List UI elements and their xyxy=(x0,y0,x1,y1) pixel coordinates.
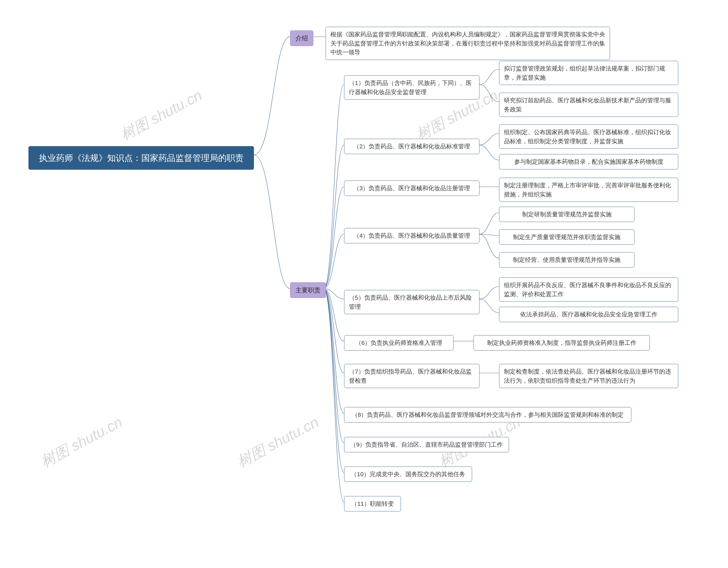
main-label: 主要职责 xyxy=(290,282,326,298)
duty-1-b: 研究拟订鼓励药品、医疗器械和化妆品新技术新产品的管理与服务政策 xyxy=(499,93,678,117)
watermark: 树图 shutu.cn xyxy=(38,412,126,472)
duty-4-c: 制定经营、使用质量管理规范并指导实施 xyxy=(499,252,634,268)
root-node: 执业药师《法规》知识点：国家药品监督管理局的职责 xyxy=(28,146,254,170)
duty-1: （1）负责药品（含中药、民族药，下同）、医疗器械和化妆品安全监督管理 xyxy=(344,75,479,100)
duty-5-b: 依法承担药品、医疗器械和化妆品安全应急管理工作 xyxy=(499,307,678,322)
duty-5: （5）负责药品、医疗器械和化妆品上市后风险管理 xyxy=(344,290,479,314)
watermark: 树图 shutu.cn xyxy=(234,412,322,472)
duty-4: （4）负责药品、医疗器械和化妆品质量管理 xyxy=(344,228,479,243)
duty-1-a: 拟订监督管理政策规划，组织起草法律法规草案，拟订部门规章，并监督实施 xyxy=(499,61,678,85)
duty-9: （9）负责指导省、自治区、直辖市药品监督管理部门工作 xyxy=(344,437,509,452)
duty-3-a: 制定注册理制度，严格上市审评审批，完善审评审批服务便利化措施，并组织实施 xyxy=(499,178,678,202)
duty-3: （3）负责药品、医疗器械和化妆品注册管理 xyxy=(344,181,479,196)
duty-6: （6）负责执业药师资格准入管理 xyxy=(344,335,454,350)
intro-text: 根据《国家药品监督管理局职能配置、内设机构和人员编制规定》，国家药品监督管理局贯… xyxy=(326,27,610,60)
duty-11: （11）职能转变 xyxy=(344,496,401,511)
duty-4-b: 制定生产质量管理规范并依职责监督实施 xyxy=(499,230,634,245)
duty-8: （8）负责药品、医疗器械和化妆品监督管理领域对外交流与合作，参与相关国际监管规则… xyxy=(344,407,631,422)
duty-7: （7）负责组织指导药品、医疗器械和化妆品监督检查 xyxy=(344,364,479,388)
duty-4-a: 制定研制质量管理规范并监督实施 xyxy=(499,207,634,222)
duty-2-a: 组织制定、公布国家药典等药品、医疗器械标准，组织拟订化妆品标准，组织制定分类管理… xyxy=(499,125,678,149)
duty-5-a: 组织开展药品不良反应、医疗器械不良事件和化妆品不良反应的监测、评价和处置工作 xyxy=(499,278,678,301)
watermark: 树图 shutu.cn xyxy=(117,85,206,145)
duty-6-a: 制定执业药师资格准入制度，指导监督执业药师注册工作 xyxy=(473,335,650,350)
duty-7-a: 制定检查制度，依法查处药品、医疗器械和化妆品注册环节的违法行为，依职责组织指导查… xyxy=(499,364,678,388)
duty-10: （10）完成党中央、国务院交办的其他任务 xyxy=(344,466,472,482)
duty-2: （2）负责药品、医疗器械和化妆品标准管理 xyxy=(344,139,479,154)
intro-label: 介绍 xyxy=(290,30,313,46)
duty-2-b: 参与制定国家基本药物目录，配合实施国家基本药物制度 xyxy=(499,154,678,170)
